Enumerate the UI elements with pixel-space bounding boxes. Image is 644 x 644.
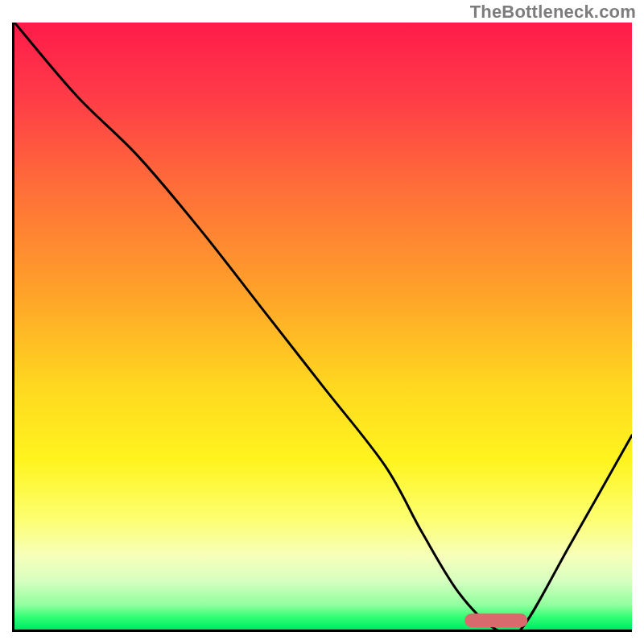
watermark-text: TheBottleneck.com bbox=[470, 2, 636, 23]
chart-canvas: TheBottleneck.com bbox=[0, 0, 644, 644]
chart-svg-overlay bbox=[14, 23, 632, 630]
plot-area bbox=[12, 23, 632, 632]
bottleneck-curve bbox=[14, 23, 632, 630]
